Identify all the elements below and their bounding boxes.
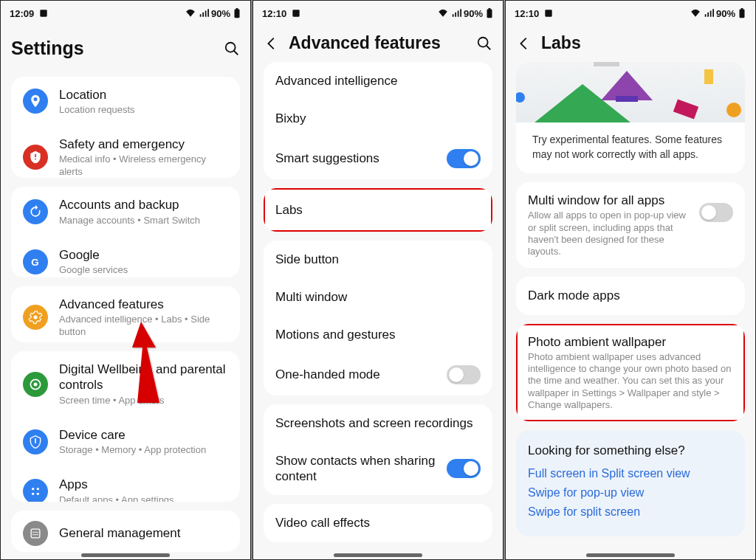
back-button[interactable] (264, 35, 280, 52)
item-title: Multi window for all apps (528, 193, 688, 208)
google-icon: G (23, 249, 48, 274)
item-screenshots-recordings[interactable]: Screenshots and screen recordings (264, 404, 492, 442)
svg-text:G: G (31, 257, 38, 268)
svg-rect-13 (31, 529, 40, 538)
item-smart-suggestions[interactable]: Smart suggestions (264, 138, 492, 179)
item-photo-ambient-wallpaper[interactable]: Photo ambient wallpaperPhoto ambient wal… (516, 324, 745, 422)
wellbeing-icon (23, 372, 48, 397)
link-swipe-popup[interactable]: Swipe for pop-up view (528, 486, 733, 499)
svg-line-4 (234, 50, 238, 55)
toggle-smart-suggestions[interactable] (447, 149, 481, 168)
settings-item-safety[interactable]: Safety and emergencyMedical info • Wirel… (11, 126, 240, 178)
item-title: Labs (275, 202, 481, 218)
labs-list[interactable]: Try experimental features. Some features… (506, 62, 755, 559)
battery-icon (485, 8, 494, 18)
svg-point-11 (32, 493, 34, 495)
svg-point-31 (726, 103, 741, 117)
settings-item-google[interactable]: G GoogleGoogle services (11, 237, 240, 277)
item-title: Motions and gestures (275, 327, 481, 342)
location-icon (23, 89, 48, 114)
item-sub: Google services (59, 264, 228, 276)
header: Labs (506, 26, 755, 62)
item-bixby[interactable]: Bixby (264, 100, 492, 137)
screen-advanced-features: 12:10 90% Advanced features Advanced int… (252, 0, 504, 560)
header: Settings (1, 26, 250, 72)
toggle-multi-window-all[interactable] (699, 203, 733, 222)
battery-icon (738, 8, 746, 18)
svg-rect-29 (594, 62, 619, 66)
page-title: Labs (541, 33, 745, 53)
item-multi-window-all-apps[interactable]: Multi window for all appsAllow all apps … (516, 182, 745, 268)
item-title: Video call effects (275, 515, 481, 530)
settings-item-device-care[interactable]: Device careStorage • Memory • App protec… (11, 417, 240, 467)
item-side-button[interactable]: Side button (264, 241, 492, 278)
gesture-bar (81, 553, 170, 557)
apps-icon (23, 479, 48, 501)
signal-icon (199, 8, 209, 18)
screen-settings: 12:09 90% Settings LocationLocation requ… (0, 0, 251, 560)
item-title: Safety and emergency (59, 136, 228, 152)
wifi-icon (690, 8, 701, 18)
item-motions-gestures[interactable]: Motions and gestures (264, 316, 492, 353)
item-title: Location (59, 87, 228, 103)
page-title: Advanced features (289, 33, 467, 53)
item-sub: Location requests (59, 104, 228, 116)
item-dark-mode-apps[interactable]: Dark mode apps (516, 277, 745, 314)
general-icon (23, 521, 48, 546)
item-labs[interactable]: Labs (264, 188, 492, 232)
status-bar: 12:10 90% (506, 1, 755, 26)
item-title: Apps (59, 477, 228, 492)
toggle-show-contacts[interactable] (447, 459, 481, 478)
back-button[interactable] (516, 35, 532, 52)
item-title: Advanced intelligence (275, 73, 481, 89)
advanced-features-list[interactable]: Advanced intelligence Bixby Smart sugges… (253, 62, 503, 559)
item-title: Device care (59, 427, 228, 443)
item-title: Bixby (275, 111, 481, 126)
search-button[interactable] (224, 41, 240, 57)
settings-item-location[interactable]: LocationLocation requests (11, 77, 240, 127)
backup-icon (23, 199, 48, 224)
item-show-contacts-sharing[interactable]: Show contacts when sharing content (264, 442, 492, 496)
header: Advanced features (253, 26, 503, 62)
signal-icon (704, 8, 714, 18)
toggle-one-handed[interactable] (447, 365, 481, 384)
screen-labs: 12:10 90% Labs (505, 0, 756, 560)
labs-banner (516, 62, 745, 122)
svg-rect-23 (741, 8, 743, 10)
settings-item-general-management[interactable]: General management (11, 511, 240, 552)
status-time: 12:10 (262, 8, 286, 19)
item-title: General management (59, 525, 228, 541)
item-video-call-effects[interactable]: Video call effects (264, 504, 492, 542)
wifi-icon (185, 8, 196, 18)
svg-rect-0 (41, 10, 47, 16)
item-one-handed-mode[interactable]: One-handed mode (264, 354, 492, 395)
screenshot-icon (291, 8, 301, 18)
svg-point-12 (37, 493, 39, 495)
svg-point-3 (226, 42, 236, 52)
battery-percent: 90% (716, 8, 735, 19)
item-sub: Manage accounts • Smart Switch (59, 215, 228, 227)
gesture-bar (334, 553, 422, 557)
svg-point-6 (34, 315, 38, 319)
settings-item-apps[interactable]: AppsDefault apps • App settings (11, 466, 240, 501)
status-time: 12:09 (10, 8, 34, 19)
item-sub: Allow all apps to open in pop-up view or… (528, 210, 688, 257)
annotation-arrow (111, 314, 178, 410)
wifi-icon (437, 8, 449, 18)
advanced-icon (23, 305, 48, 330)
item-advanced-intelligence[interactable]: Advanced intelligence (264, 62, 492, 100)
item-multi-window[interactable]: Multi window (264, 278, 492, 316)
settings-item-accounts-backup[interactable]: Accounts and backupManage accounts • Sma… (11, 187, 240, 237)
svg-rect-16 (293, 10, 300, 16)
looking-for-card: Looking for something else? Full screen … (516, 430, 745, 536)
svg-rect-28 (673, 99, 698, 119)
screenshot-icon (543, 8, 554, 18)
search-button[interactable] (476, 35, 492, 52)
item-sub: Storage • Memory • App protection (59, 444, 228, 456)
item-sub: Medical info • Wireless emergency alerts (59, 153, 228, 178)
link-swipe-split[interactable]: Swipe for split screen (528, 505, 733, 519)
link-full-screen-split[interactable]: Full screen in Split screen view (528, 467, 733, 480)
svg-rect-22 (740, 9, 745, 18)
svg-rect-1 (235, 9, 240, 18)
item-title: Smart suggestions (275, 151, 436, 166)
